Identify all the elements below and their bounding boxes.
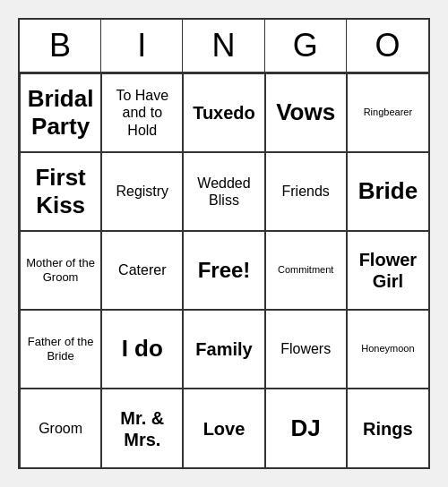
bingo-cell: DJ xyxy=(265,389,347,467)
bingo-cell: Groom xyxy=(20,389,101,467)
bingo-cell: Ringbearer xyxy=(347,73,428,152)
bingo-cell: Honeymoon xyxy=(347,310,428,389)
bingo-cell: I do xyxy=(101,310,183,389)
bingo-cell: Love xyxy=(183,389,264,467)
bingo-cell: Mother of the Groom xyxy=(20,231,101,310)
bingo-header: BINGO xyxy=(20,20,428,73)
header-letter: N xyxy=(183,20,264,72)
bingo-cell: Father of the Bride xyxy=(20,310,101,389)
bingo-cell: Wedded Bliss xyxy=(183,152,264,231)
bingo-cell: Tuxedo xyxy=(183,73,264,152)
header-letter: O xyxy=(347,20,428,72)
bingo-cell: Caterer xyxy=(101,231,183,310)
bingo-cell: First Kiss xyxy=(20,152,101,231)
bingo-card: BINGO Bridal PartyTo Have and to HoldTux… xyxy=(18,18,430,469)
bingo-grid: Bridal PartyTo Have and to HoldTuxedoVow… xyxy=(20,73,428,467)
bingo-cell: Friends xyxy=(265,152,347,231)
bingo-cell: Vows xyxy=(265,73,347,152)
bingo-cell: Flowers xyxy=(265,310,347,389)
bingo-cell: Rings xyxy=(347,389,428,467)
header-letter: G xyxy=(265,20,347,72)
header-letter: I xyxy=(101,20,183,72)
bingo-cell: Registry xyxy=(101,152,183,231)
header-letter: B xyxy=(20,20,101,72)
bingo-cell: Mr. & Mrs. xyxy=(101,389,183,467)
bingo-cell: To Have and to Hold xyxy=(101,73,183,152)
bingo-cell: Bridal Party xyxy=(20,73,101,152)
bingo-cell: Commitment xyxy=(265,231,347,310)
bingo-cell: Family xyxy=(183,310,264,389)
bingo-cell: Bride xyxy=(347,152,428,231)
bingo-cell: Flower Girl xyxy=(347,231,428,310)
bingo-cell: Free! xyxy=(183,231,264,310)
